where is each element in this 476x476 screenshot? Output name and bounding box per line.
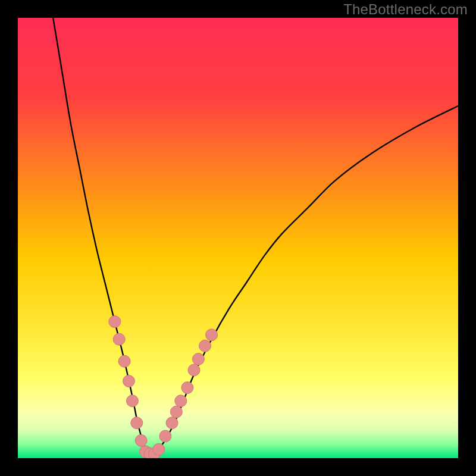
data-marker xyxy=(199,340,211,352)
data-marker xyxy=(188,364,200,376)
data-marker xyxy=(206,329,218,341)
data-marker xyxy=(192,353,204,365)
data-marker xyxy=(153,443,165,455)
data-marker xyxy=(131,417,143,429)
data-marker xyxy=(109,316,121,328)
data-marker xyxy=(170,406,182,418)
data-marker xyxy=(113,333,125,345)
watermark-text: TheBottleneck.com xyxy=(343,1,468,18)
data-marker xyxy=(175,395,187,407)
chart-outer-frame: TheBottleneck.com xyxy=(0,0,476,476)
data-marker xyxy=(135,434,147,446)
data-marker xyxy=(123,375,134,387)
data-marker xyxy=(166,417,178,429)
data-marker xyxy=(159,430,171,442)
gradient-background xyxy=(18,18,458,458)
bottleneck-chart xyxy=(18,18,458,458)
data-marker xyxy=(126,395,138,407)
data-marker xyxy=(181,382,193,394)
data-marker xyxy=(118,355,130,367)
